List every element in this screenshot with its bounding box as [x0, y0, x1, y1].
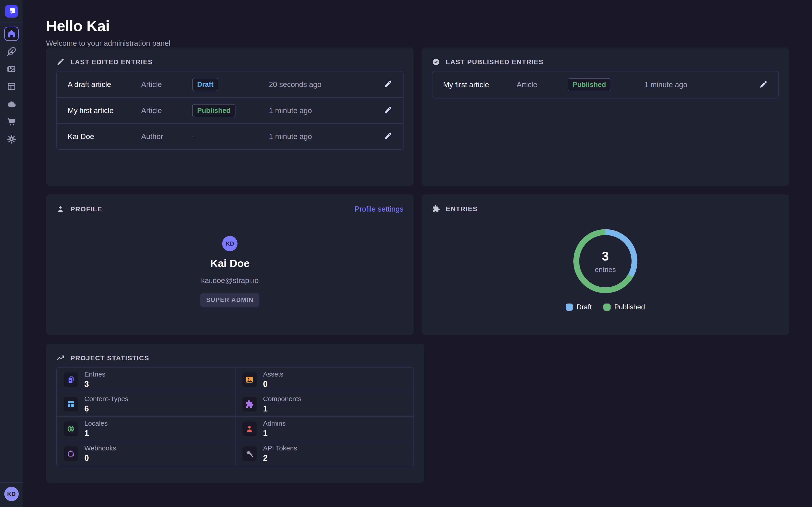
- chart-legend: Draft Published: [566, 303, 645, 311]
- sidebar-item-settings[interactable]: [4, 132, 19, 147]
- strapi-logo[interactable]: [5, 5, 18, 17]
- cloud-icon: [7, 99, 16, 109]
- stat-admins: Admins 1: [235, 417, 413, 441]
- status-badge: Published: [192, 104, 236, 117]
- admin-user-icon: [242, 421, 257, 436]
- panel-title: PROFILE: [70, 205, 102, 213]
- sidebar: KD: [0, 0, 23, 507]
- stat-webhooks: Webhooks 0: [57, 441, 235, 466]
- home-icon: [7, 29, 16, 39]
- main-content: Hello Kai Welcome to your administration…: [23, 0, 812, 507]
- images-icon: [7, 64, 16, 74]
- profile-name: Kai Doe: [210, 257, 250, 270]
- key-icon: [242, 446, 257, 461]
- sidebar-item-marketplace[interactable]: [4, 114, 19, 129]
- role-badge: SUPER ADMIN: [200, 293, 259, 307]
- panel-title: LAST PUBLISHED ENTRIES: [446, 58, 544, 66]
- globe-icon: [64, 421, 78, 436]
- strapi-logo-icon: [5, 5, 18, 17]
- profile-panel: PROFILE Profile settings KD Kai Doe kai.…: [46, 194, 414, 335]
- entry-name: A draft article: [68, 80, 141, 89]
- profile-email: kai.doe@strapi.io: [201, 276, 259, 285]
- stat-assets: Assets 0: [235, 368, 413, 392]
- last-published-entries-panel: LAST PUBLISHED ENTRIES My first article …: [421, 48, 790, 186]
- stat-entries: Entries 3: [57, 368, 235, 392]
- trending-up-icon: [56, 354, 64, 362]
- page-title: Hello Kai: [46, 17, 789, 35]
- legend-item-draft: Draft: [566, 303, 592, 311]
- shopping-cart-icon: [7, 117, 16, 126]
- status-badge: Published: [568, 78, 611, 91]
- sidebar-item-media-library[interactable]: [4, 62, 19, 76]
- webhook-icon: [64, 446, 78, 461]
- entry-name: Kai Doe: [68, 132, 141, 141]
- stat-api-tokens: API Tokens 2: [235, 441, 413, 466]
- sidebar-item-content-type-builder[interactable]: [4, 79, 19, 94]
- files-icon: [64, 373, 78, 387]
- puzzle-piece-icon: [242, 397, 257, 411]
- feather-icon: [7, 47, 16, 56]
- user-avatar[interactable]: KD: [4, 487, 19, 501]
- legend-item-published: Published: [603, 303, 645, 311]
- panel-title: PROJECT STATISTICS: [70, 354, 149, 362]
- status-badge: Draft: [192, 78, 218, 91]
- entry-time: 20 seconds ago: [269, 80, 370, 89]
- donut-total-label: entries: [595, 266, 616, 274]
- entry-name: My first article: [443, 80, 517, 89]
- entries-panel: ENTRIES 3 entries Draft: [421, 194, 790, 335]
- strapi-admin-dashboard: KD Hello Kai Welcome to your administrat…: [0, 0, 812, 507]
- panel-title: LAST EDITED ENTRIES: [70, 58, 153, 66]
- last-edited-table: A draft article Article Draft 20 seconds…: [56, 71, 404, 150]
- entry-time: 1 minute ago: [269, 106, 370, 115]
- last-edited-entries-panel: LAST EDITED ENTRIES A draft article Arti…: [46, 48, 414, 186]
- status-badge: -: [192, 132, 194, 140]
- stat-components: Components 1: [235, 392, 413, 417]
- person-icon: [56, 205, 64, 213]
- edit-entry-button[interactable]: [759, 80, 768, 90]
- sidebar-divider: [0, 22, 23, 23]
- edit-entry-button[interactable]: [384, 80, 392, 89]
- entry-type: Author: [141, 132, 192, 141]
- entry-type: Article: [141, 80, 192, 89]
- published-swatch: [603, 303, 611, 311]
- entry-name: My first article: [68, 106, 141, 115]
- table-row[interactable]: My first article Article Published 1 min…: [57, 97, 403, 123]
- entry-time: 1 minute ago: [269, 132, 370, 141]
- sidebar-item-content-manager[interactable]: [4, 44, 19, 59]
- empty-column: [432, 344, 790, 483]
- panel-title: ENTRIES: [446, 205, 478, 213]
- stat-locales: Locales 1: [57, 417, 235, 441]
- layout-icon: [7, 82, 16, 91]
- profile-avatar: KD: [222, 236, 238, 251]
- stat-content-types: Content-Types 6: [57, 392, 235, 417]
- sidebar-item-home[interactable]: [4, 26, 19, 41]
- sidebar-footer: KD: [0, 477, 23, 507]
- entry-type: Article: [141, 106, 192, 115]
- last-published-table: My first article Article Published 1 min…: [432, 71, 779, 99]
- gear-icon: [7, 134, 16, 144]
- draft-swatch: [566, 303, 573, 311]
- layout-grid-icon: [64, 397, 78, 411]
- table-row[interactable]: Kai Doe Author - 1 minute ago: [57, 123, 403, 149]
- sidebar-nav: [4, 26, 19, 147]
- table-row[interactable]: A draft article Article Draft 20 seconds…: [57, 71, 403, 97]
- sidebar-item-deploy[interactable]: [4, 97, 19, 111]
- entry-time: 1 minute ago: [645, 80, 746, 89]
- image-icon: [242, 373, 257, 387]
- check-circle-icon: [432, 58, 440, 66]
- puzzle-icon: [432, 205, 440, 213]
- sidebar-footer-divider: [0, 482, 23, 483]
- project-statistics-table: Entries 3 Assets: [56, 367, 414, 466]
- pencil-icon: [56, 58, 64, 66]
- edit-entry-button[interactable]: [384, 132, 392, 141]
- entries-donut-chart: 3 entries: [573, 229, 638, 293]
- profile-settings-link[interactable]: Profile settings: [355, 205, 403, 213]
- edit-entry-button[interactable]: [384, 106, 392, 115]
- donut-total: 3: [602, 249, 609, 264]
- project-statistics-panel: PROJECT STATISTICS Entries: [46, 344, 424, 483]
- page-subtitle: Welcome to your administration panel: [46, 39, 789, 48]
- entry-type: Article: [517, 80, 568, 89]
- table-row[interactable]: My first article Article Published 1 min…: [433, 71, 779, 98]
